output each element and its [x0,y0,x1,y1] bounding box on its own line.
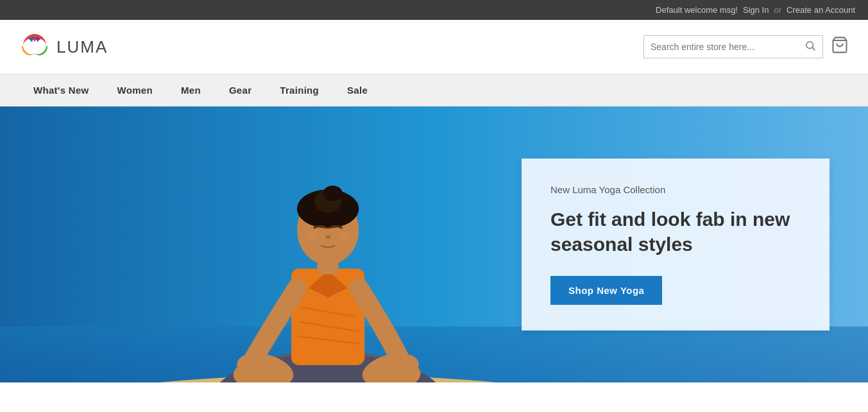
hero-section: New Luma Yoga Collection Get fit and loo… [0,107,868,382]
separator: or [774,5,781,15]
nav-item-men[interactable]: Men [167,74,215,106]
search-bar[interactable] [643,35,823,58]
logo-text: LUMA [56,37,108,57]
svg-point-1 [31,43,38,51]
header-right [643,35,849,58]
svg-line-3 [812,47,815,50]
nav-item-training[interactable]: Training [266,74,333,106]
nav-item-women[interactable]: Women [103,74,167,106]
svg-point-26 [308,233,319,241]
cart-button[interactable] [831,36,849,58]
search-input[interactable] [651,42,804,52]
header: LUMA [0,20,868,74]
welcome-message: Default welcome msg! [656,5,738,15]
search-button[interactable] [804,40,816,54]
nav-item-sale[interactable]: Sale [333,74,382,106]
hero-card-title: Get fit and look fab in new seasonal sty… [550,207,801,257]
sign-in-link[interactable]: Sign In [743,5,769,15]
hero-card: New Luma Yoga Collection Get fit and loo… [522,159,830,330]
shop-new-yoga-button[interactable]: Shop New Yoga [550,276,662,305]
logo-area[interactable]: LUMA [19,31,108,62]
nav-item-gear[interactable]: Gear [215,74,266,106]
luma-logo-icon [19,31,50,62]
svg-point-25 [323,185,343,201]
cart-icon [831,36,849,54]
main-nav: What's New Women Men Gear Training Sale [0,74,868,107]
nav-item-whats-new[interactable]: What's New [19,74,103,106]
search-icon [804,40,816,51]
top-bar: Default welcome msg! Sign In or Create a… [0,0,868,20]
hero-card-subtitle: New Luma Yoga Collection [550,184,801,195]
svg-point-27 [337,233,348,241]
create-account-link[interactable]: Create an Account [787,5,855,15]
svg-point-2 [806,42,813,49]
svg-rect-6 [0,327,868,382]
